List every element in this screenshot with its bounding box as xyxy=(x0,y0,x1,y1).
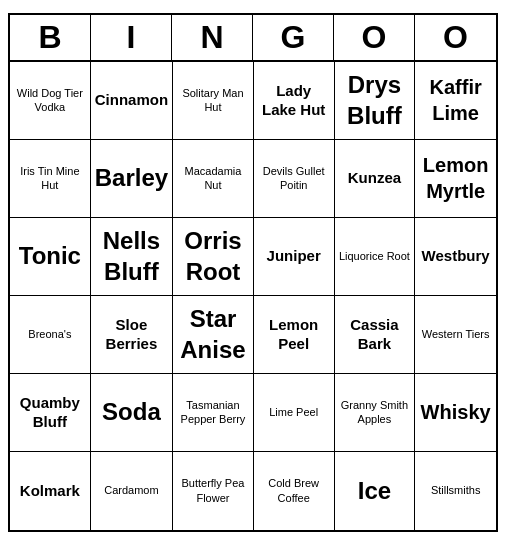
bingo-cell: Barley xyxy=(91,140,173,218)
cell-text: Juniper xyxy=(267,246,321,266)
cell-text: Granny Smith Apples xyxy=(339,398,411,427)
cell-text: Kolmark xyxy=(20,481,80,501)
bingo-cell: Cinnamon xyxy=(91,62,173,140)
cell-text: Sloe Berries xyxy=(95,315,168,354)
bingo-cell: Cold Brew Coffee xyxy=(254,452,335,530)
bingo-cell: Kolmark xyxy=(10,452,91,530)
bingo-header: BINGOO xyxy=(10,15,496,62)
cell-text: Stillsmiths xyxy=(431,483,481,497)
bingo-cell: Breona's xyxy=(10,296,91,374)
cell-text: Drys Bluff xyxy=(339,69,411,131)
cell-text: Star Anise xyxy=(177,303,249,365)
header-cell-O: O xyxy=(415,15,496,60)
header-cell-O: O xyxy=(334,15,415,60)
cell-text: Nells Bluff xyxy=(95,225,168,287)
cell-text: Kunzea xyxy=(348,168,401,188)
cell-text: Ice xyxy=(358,475,391,506)
header-cell-N: N xyxy=(172,15,253,60)
bingo-cell: Devils Gullet Poitin xyxy=(254,140,335,218)
cell-text: Lady Lake Hut xyxy=(258,81,330,120)
bingo-cell: Drys Bluff xyxy=(335,62,416,140)
cell-text: Iris Tin Mine Hut xyxy=(14,164,86,193)
bingo-cell: Sloe Berries xyxy=(91,296,173,374)
cell-text: Lemon Peel xyxy=(258,315,330,354)
cell-text: Soda xyxy=(102,396,161,427)
cell-text: Whisky xyxy=(421,399,491,425)
bingo-cell: Lady Lake Hut xyxy=(254,62,335,140)
cell-text: Solitary Man Hut xyxy=(177,86,249,115)
bingo-card: BINGOO Wild Dog Tier VodkaCinnamonSolita… xyxy=(8,13,498,532)
cell-text: Lime Peel xyxy=(269,405,318,419)
bingo-cell: Westbury xyxy=(415,218,496,296)
cell-text: Cold Brew Coffee xyxy=(258,476,330,505)
bingo-cell: Butterfly Pea Flower xyxy=(173,452,254,530)
bingo-cell: Liquorice Root xyxy=(335,218,416,296)
bingo-cell: Wild Dog Tier Vodka xyxy=(10,62,91,140)
bingo-cell: Stillsmiths xyxy=(415,452,496,530)
bingo-cell: Juniper xyxy=(254,218,335,296)
bingo-cell: Soda xyxy=(91,374,173,452)
cell-text: Westbury xyxy=(422,246,490,266)
bingo-grid: Wild Dog Tier VodkaCinnamonSolitary Man … xyxy=(10,62,496,530)
cell-text: Devils Gullet Poitin xyxy=(258,164,330,193)
cell-text: Barley xyxy=(95,162,168,193)
bingo-cell: Tonic xyxy=(10,218,91,296)
cell-text: Western Tiers xyxy=(422,327,490,341)
cell-text: Orris Root xyxy=(177,225,249,287)
header-cell-I: I xyxy=(91,15,172,60)
header-cell-G: G xyxy=(253,15,334,60)
bingo-cell: Lemon Peel xyxy=(254,296,335,374)
bingo-cell: Kunzea xyxy=(335,140,416,218)
bingo-cell: Western Tiers xyxy=(415,296,496,374)
bingo-cell: Granny Smith Apples xyxy=(335,374,416,452)
cell-text: Cassia Bark xyxy=(339,315,411,354)
bingo-cell: Lime Peel xyxy=(254,374,335,452)
bingo-cell: Cardamom xyxy=(91,452,173,530)
cell-text: Cinnamon xyxy=(95,90,168,110)
bingo-cell: Orris Root xyxy=(173,218,254,296)
bingo-cell: Whisky xyxy=(415,374,496,452)
cell-text: Macadamia Nut xyxy=(177,164,249,193)
bingo-cell: Tasmanian Pepper Berry xyxy=(173,374,254,452)
cell-text: Kaffir Lime xyxy=(419,74,492,126)
cell-text: Liquorice Root xyxy=(339,249,410,263)
cell-text: Lemon Myrtle xyxy=(419,152,492,204)
bingo-cell: Lemon Myrtle xyxy=(415,140,496,218)
header-cell-B: B xyxy=(10,15,91,60)
bingo-cell: Star Anise xyxy=(173,296,254,374)
cell-text: Breona's xyxy=(28,327,71,341)
cell-text: Tonic xyxy=(19,240,81,271)
bingo-cell: Cassia Bark xyxy=(335,296,416,374)
cell-text: Tasmanian Pepper Berry xyxy=(177,398,249,427)
cell-text: Quamby Bluff xyxy=(14,393,86,432)
bingo-cell: Kaffir Lime xyxy=(415,62,496,140)
cell-text: Wild Dog Tier Vodka xyxy=(14,86,86,115)
cell-text: Butterfly Pea Flower xyxy=(177,476,249,505)
bingo-cell: Solitary Man Hut xyxy=(173,62,254,140)
bingo-cell: Ice xyxy=(335,452,416,530)
cell-text: Cardamom xyxy=(104,483,158,497)
bingo-cell: Iris Tin Mine Hut xyxy=(10,140,91,218)
bingo-cell: Macadamia Nut xyxy=(173,140,254,218)
bingo-cell: Quamby Bluff xyxy=(10,374,91,452)
bingo-cell: Nells Bluff xyxy=(91,218,173,296)
